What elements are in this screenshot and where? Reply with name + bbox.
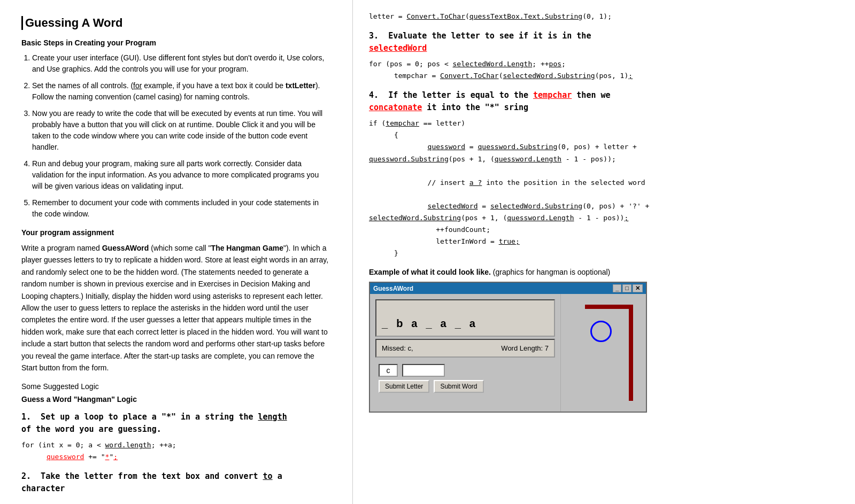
window-body: _ b a _ a _ a Missed: c, Word Length: 7 bbox=[370, 294, 646, 412]
input-row bbox=[375, 361, 555, 380]
guess-window: GuessAWord _ □ ✕ _ b a _ a _ a Missed: bbox=[369, 282, 647, 413]
word-length-label: Word Length: 7 bbox=[501, 344, 549, 352]
submit-letter-button[interactable]: Submit Letter bbox=[379, 380, 429, 393]
letter-slot: _ bbox=[382, 317, 388, 330]
letter-slot: a bbox=[411, 317, 417, 330]
hangman-logic-label: Guess a Word "Hangman" Logic bbox=[21, 395, 331, 404]
gallows-horizontal bbox=[585, 305, 633, 309]
restore-button[interactable]: □ bbox=[622, 284, 631, 292]
missed-label: Missed: c, bbox=[382, 344, 413, 352]
letter-slot: _ bbox=[455, 317, 461, 330]
assignment-text: Write a program named GuessAWord (which … bbox=[21, 242, 331, 374]
missed-row: Missed: c, Word Length: 7 bbox=[375, 339, 555, 358]
word-input[interactable] bbox=[402, 364, 445, 377]
submit-word-button[interactable]: Submit Word bbox=[434, 380, 483, 393]
hangman-panel bbox=[560, 294, 646, 412]
list-item: Run and debug your program, making sure … bbox=[32, 158, 331, 192]
game-left-panel: _ b a _ a _ a Missed: c, Word Length: 7 bbox=[370, 294, 560, 412]
letter-slot: b bbox=[396, 317, 403, 330]
hangman-head bbox=[590, 321, 612, 342]
suggested-logic-label: Some Suggested Logic bbox=[21, 382, 331, 391]
step4-heading: 4. If the letter is equal to the tempcha… bbox=[369, 89, 839, 113]
window-controls[interactable]: _ □ ✕ bbox=[613, 284, 643, 292]
page-title: Guessing A Word bbox=[21, 16, 331, 30]
letter-slot: _ bbox=[426, 317, 432, 330]
letter-slot: a bbox=[441, 317, 446, 330]
minimize-button[interactable]: _ bbox=[613, 284, 621, 292]
right-panel: letter = Convert.ToChar(quessTextBox.Tex… bbox=[353, 0, 855, 504]
window-titlebar: GuessAWord _ □ ✕ bbox=[370, 283, 646, 294]
list-item: Create your user interface (GUI). Use di… bbox=[32, 52, 331, 75]
example-heading: Example of what it could look like. (gra… bbox=[369, 268, 839, 276]
steps-list: Create your user interface (GUI). Use di… bbox=[32, 52, 331, 220]
buttons-row: Submit Letter Submit Word bbox=[375, 380, 555, 396]
right-code1: letter = Convert.ToChar(quessTextBox.Tex… bbox=[369, 11, 839, 22]
list-item: Now you are ready to write the code that… bbox=[32, 108, 331, 153]
step1-heading: 1. Set up a loop to place a "*" in a str… bbox=[21, 411, 331, 435]
close-button[interactable]: ✕ bbox=[633, 284, 643, 292]
word-display: _ b a _ a _ a bbox=[375, 299, 555, 337]
section2-title: Your program assignment bbox=[21, 228, 331, 237]
letter-slot: a bbox=[469, 317, 475, 330]
list-item: Set the names of all controls. (for exam… bbox=[32, 80, 331, 103]
section1-title: Basic Steps in Creating your Program bbox=[21, 38, 331, 47]
window-title: GuessAWord bbox=[373, 285, 413, 292]
left-panel: Guessing A Word Basic Steps in Creating … bbox=[0, 0, 353, 504]
step1-code: for (int x = 0; a < word.length; ++a; qu… bbox=[21, 439, 331, 463]
step3-code: for (pos = 0; pos < selectedWord.Length;… bbox=[369, 58, 839, 82]
hangman-drawing bbox=[564, 299, 644, 406]
letter-input[interactable] bbox=[379, 364, 398, 377]
gallows-vertical bbox=[629, 305, 633, 401]
step3-heading: 3. Evaluate the letter to see if it is i… bbox=[369, 30, 839, 54]
step2-heading: 2. Take the letter from the text box and… bbox=[21, 470, 331, 494]
list-item: Remember to document your code with comm… bbox=[32, 197, 331, 220]
step4-code: if (tempchar == letter) { quessword = qu… bbox=[369, 118, 839, 259]
